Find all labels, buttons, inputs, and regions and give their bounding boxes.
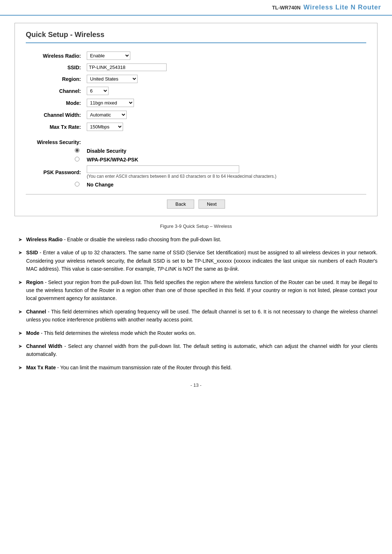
bullet-term-2: SSID (26, 250, 38, 255)
region-row: Region: United States (26, 73, 366, 85)
bullet-item-mode: ➤ Mode - This field determines the wirel… (18, 329, 377, 337)
channel-row: Channel: 6 (26, 85, 366, 97)
region-label: Region: (26, 73, 84, 85)
bullet-text-5: Mode - This field determines the wireles… (26, 329, 377, 337)
bullet-item-channel-width: ➤ Channel Width - Select any channel wid… (18, 342, 377, 358)
channel-width-label: Channel Width: (26, 109, 84, 121)
button-row: Back Next (26, 194, 366, 209)
psk-hint: (You can enter ASCII characters between … (87, 173, 363, 179)
bullet-item-channel: ➤ Channel - This field determines which … (18, 308, 377, 324)
psk-password-row: PSK Password: (You can enter ASCII chara… (26, 164, 366, 180)
security-label-row: Wireless Security: (26, 133, 366, 147)
setup-title: Quick Setup - Wireless (26, 30, 366, 43)
bullet-term-4: Channel (26, 309, 46, 315)
page-content: Quick Setup - Wireless Wireless Radio: E… (0, 16, 392, 395)
wireless-radio-row: Wireless Radio: EnableDisable (26, 50, 366, 62)
next-button[interactable]: Next (199, 200, 225, 209)
max-tx-rate-cell: 150Mbps (84, 121, 366, 133)
wpa-psk-label: WPA-PSK/WPA2-PSK (87, 157, 138, 163)
bullet-term-7: Max Tx Rate (26, 365, 56, 370)
disable-security-row: Disable Security (26, 147, 366, 155)
wireless-radio-cell: EnableDisable (84, 50, 366, 62)
bullet-arrow-1: ➤ (18, 235, 23, 243)
disable-security-radio[interactable] (75, 148, 79, 153)
channel-select[interactable]: 6 (87, 87, 109, 95)
bullet-arrow-6: ➤ (18, 342, 23, 350)
region-cell: United States (84, 73, 366, 85)
max-tx-rate-label: Max Tx Rate: (26, 121, 84, 133)
bullet-term-1: Wireless Radio (26, 237, 62, 242)
max-tx-rate-select[interactable]: 150Mbps (87, 123, 123, 131)
bullet-item-ssid: ➤ SSID - Enter a value of up to 32 chara… (18, 249, 377, 273)
ssid-row: SSID: (26, 62, 366, 73)
bullet-item-wireless-radio: ➤ Wireless Radio - Enable or disable the… (18, 235, 377, 243)
setup-box: Quick Setup - Wireless Wireless Radio: E… (15, 23, 377, 216)
bullet-arrow-5: ➤ (18, 329, 23, 337)
header-title: Wireless Lite N Router (303, 4, 381, 11)
bullet-text-3: Region - Select your region from the pul… (26, 278, 377, 303)
ssid-input[interactable] (87, 63, 167, 71)
bullet-item-max-tx-rate: ➤ Max Tx Rate - You can limit the maximu… (18, 364, 377, 372)
channel-width-select[interactable]: Automatic (87, 111, 127, 119)
bullet-arrow-3: ➤ (18, 278, 23, 286)
disable-security-label: Disable Security (87, 148, 126, 154)
form-table: Wireless Radio: EnableDisable SSID: Regi… (26, 50, 366, 189)
ssid-label: SSID: (26, 62, 84, 73)
bullet-text-7: Max Tx Rate - You can limit the maximum … (26, 364, 377, 372)
channel-label: Channel: (26, 85, 84, 97)
bullet-list: ➤ Wireless Radio - Enable or disable the… (15, 235, 377, 372)
mode-row: Mode: 11bgn mixed (26, 97, 366, 109)
region-select[interactable]: United States (87, 75, 138, 83)
wireless-radio-select[interactable]: EnableDisable (87, 52, 130, 60)
security-label: Wireless Security: (26, 133, 84, 147)
psk-password-input[interactable] (87, 165, 239, 173)
no-change-row: No Change (26, 180, 366, 189)
channel-width-cell: Automatic (84, 109, 366, 121)
wireless-radio-label: Wireless Radio: (26, 50, 84, 62)
no-change-radio[interactable] (75, 182, 79, 186)
wpa-psk-row: WPA-PSK/WPA2-PSK (26, 155, 366, 164)
back-button[interactable]: Back (167, 200, 194, 209)
no-change-label: No Change (87, 182, 114, 188)
page-header: TL-WR740N Wireless Lite N Router (0, 0, 392, 16)
mode-select[interactable]: 11bgn mixed (87, 99, 134, 107)
bullet-text-4: Channel - This field determines which op… (26, 308, 377, 324)
wpa-psk-radio[interactable] (75, 157, 79, 161)
bullet-term-6: Channel Width (26, 343, 62, 349)
bullet-item-region: ➤ Region - Select your region from the p… (18, 278, 377, 303)
page-number: - 13 - (15, 382, 377, 388)
mode-cell: 11bgn mixed (84, 97, 366, 109)
bullet-text-6: Channel Width - Select any channel width… (26, 342, 377, 358)
ssid-cell (84, 62, 366, 73)
bullet-arrow-2: ➤ (18, 249, 23, 257)
bullet-term-3: Region (26, 279, 43, 285)
mode-label: Mode: (26, 97, 84, 109)
bullet-term-5: Mode (26, 330, 40, 336)
bullet-arrow-4: ➤ (18, 308, 23, 316)
bullet-text-2: SSID - Enter a value of up to 32 charact… (26, 249, 377, 273)
header-model: TL-WR740N (272, 5, 301, 11)
channel-cell: 6 (84, 85, 366, 97)
bullet-arrow-7: ➤ (18, 364, 23, 372)
psk-password-label: PSK Password: (26, 164, 84, 180)
bullet-text-1: Wireless Radio - Enable or disable the w… (26, 235, 377, 243)
max-tx-rate-row: Max Tx Rate: 150Mbps (26, 121, 366, 133)
figure-caption: Figure 3-9 Quick Setup – Wireless (15, 223, 377, 229)
channel-width-row: Channel Width: Automatic (26, 109, 366, 121)
